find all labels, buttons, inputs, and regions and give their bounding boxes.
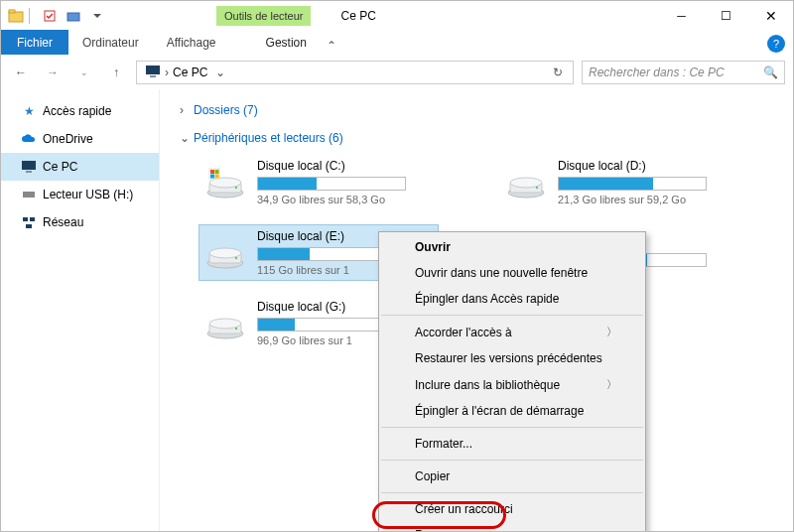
menu-item[interactable]: Épingler à l'écran de démarrage [379,398,645,424]
svg-rect-8 [23,192,35,198]
menu-item[interactable]: Créer un raccourci [379,496,645,522]
sidebar-item-quick-access[interactable]: ★ Accès rapide [1,97,159,125]
svg-rect-4 [146,66,160,74]
menu-separator [381,315,643,316]
refresh-button[interactable]: ↻ [547,66,569,79]
svg-rect-10 [30,217,35,221]
qat-separator [29,8,37,24]
section-label: Périphériques et lecteurs (6) [194,131,343,145]
up-button[interactable]: ↑ [104,61,128,84]
title-bar: Outils de lecteur Ce PC ─ ☐ ✕ [1,1,793,31]
section-folders[interactable]: › Dossiers (7) [172,99,781,127]
svg-rect-11 [26,224,32,228]
menu-item[interactable]: Formater... [379,431,645,457]
drive-icon [203,235,247,271]
menu-item[interactable]: Restaurer les versions précédentes [379,345,645,371]
search-placeholder: Rechercher dans : Ce PC [589,66,763,79]
svg-rect-1 [9,10,15,13]
address-bar[interactable]: › Ce PC ⌄ ↻ [136,61,574,84]
sidebar-item-network[interactable]: Réseau [1,208,159,236]
qat-dropdown-icon[interactable] [86,5,108,27]
drive-capacity-bar [558,177,707,191]
tab-file[interactable]: Fichier [1,30,68,55]
quick-access-toolbar [1,5,112,27]
menu-item-label: Copier [415,469,450,483]
menu-separator [381,427,643,428]
menu-item-label: Inclure dans la bibliothèque [415,378,560,392]
explorer-icon [5,5,27,27]
close-button[interactable]: ✕ [748,1,793,31]
navigation-row: ← → ⌄ ↑ › Ce PC ⌄ ↻ Rechercher dans : Ce… [1,56,793,89]
menu-item[interactable]: Ouvrir dans une nouvelle fenêtre [379,260,645,286]
menu-item-label: Ouvrir dans une nouvelle fenêtre [415,266,588,280]
svg-point-23 [510,178,542,188]
menu-item[interactable]: Inclure dans la bibliothèque〉 [379,371,645,398]
sidebar-item-label: OneDrive [43,132,93,146]
sidebar-item-label: Ce PC [43,160,77,174]
menu-separator [381,460,643,461]
tab-affichage[interactable]: Affichage [153,30,230,55]
address-monitor-icon [141,65,165,81]
sidebar-item-this-pc[interactable]: Ce PC [1,153,159,181]
drive-free-text: 34,9 Go libres sur 58,3 Go [257,194,434,205]
menu-item-label: Renommer [415,528,473,532]
section-label: Dossiers (7) [194,103,258,117]
menu-item[interactable]: Épingler dans Accès rapide [379,286,645,312]
section-devices[interactable]: ⌄ Périphériques et lecteurs (6) [172,127,781,155]
address-caret-icon[interactable]: ⌄ [211,66,229,79]
sidebar-item-onedrive[interactable]: OneDrive [1,125,159,153]
recent-dropdown-icon[interactable]: ⌄ [72,61,96,84]
menu-item-label: Ouvrir [415,240,451,254]
svg-rect-3 [67,13,79,21]
svg-rect-7 [26,171,32,173]
properties-qat-icon[interactable] [39,5,61,27]
monitor-icon [21,159,37,175]
menu-item[interactable]: Accorder l'accès à〉 [379,319,645,345]
tab-gestion[interactable]: Gestion [252,30,321,55]
svg-rect-17 [210,170,214,174]
svg-point-27 [209,248,241,258]
submenu-arrow-icon: 〉 [606,325,617,339]
svg-point-28 [235,256,237,258]
svg-rect-6 [22,161,36,170]
drive-item[interactable]: Disque local (D:) 21,3 Go libres sur 59,… [500,155,738,209]
menu-separator [381,492,643,493]
window-title: Ce PC [340,9,375,23]
svg-rect-9 [23,217,28,221]
network-icon [21,214,37,230]
menu-item[interactable]: Ouvrir [379,234,645,260]
ribbon-context-hint: Outils de lecteur [216,6,311,26]
svg-point-36 [235,327,237,329]
menu-item-label: Accorder l'accès à [415,326,512,339]
drive-icon [203,306,247,341]
address-crumb[interactable]: Ce PC [169,66,211,79]
drive-name: Disque local (D:) [558,159,734,173]
submenu-arrow-icon: 〉 [606,377,617,392]
maximize-button[interactable]: ☐ [704,1,748,31]
ribbon-tabs: Fichier Ordinateur Affichage Gestion ⌃ ? [1,31,793,56]
drive-item[interactable]: Disque local (C:) 34,9 Go libres sur 58,… [199,155,438,209]
context-menu: OuvrirOuvrir dans une nouvelle fenêtreÉp… [378,231,646,532]
menu-item-label: Épingler dans Accès rapide [415,292,559,306]
search-icon: 🔍 [763,66,778,79]
svg-rect-5 [150,75,156,77]
ribbon-collapse-icon[interactable]: ⌃ [321,39,342,53]
navigation-pane: ★ Accès rapide OneDrive Ce PC Lecteur US… [1,89,160,532]
menu-item[interactable]: Copier [379,464,645,489]
menu-item[interactable]: Renommer [379,522,645,532]
drive-name: Disque local (C:) [257,159,434,173]
svg-rect-20 [215,174,219,178]
drive-icon [203,165,247,200]
minimize-button[interactable]: ─ [659,1,704,31]
back-button[interactable]: ← [9,61,33,84]
search-box[interactable]: Rechercher dans : Ce PC 🔍 [582,61,785,84]
new-folder-qat-icon[interactable] [63,5,84,27]
drive-free-text: 21,3 Go libres sur 59,2 Go [558,194,734,205]
tab-ordinateur[interactable]: Ordinateur [68,30,153,55]
help-icon[interactable]: ? [767,35,785,53]
cloud-icon [21,131,37,147]
forward-button[interactable]: → [41,61,65,84]
sidebar-item-usb[interactable]: Lecteur USB (H:) [1,181,159,208]
usb-icon [21,187,37,202]
star-icon: ★ [21,103,37,119]
